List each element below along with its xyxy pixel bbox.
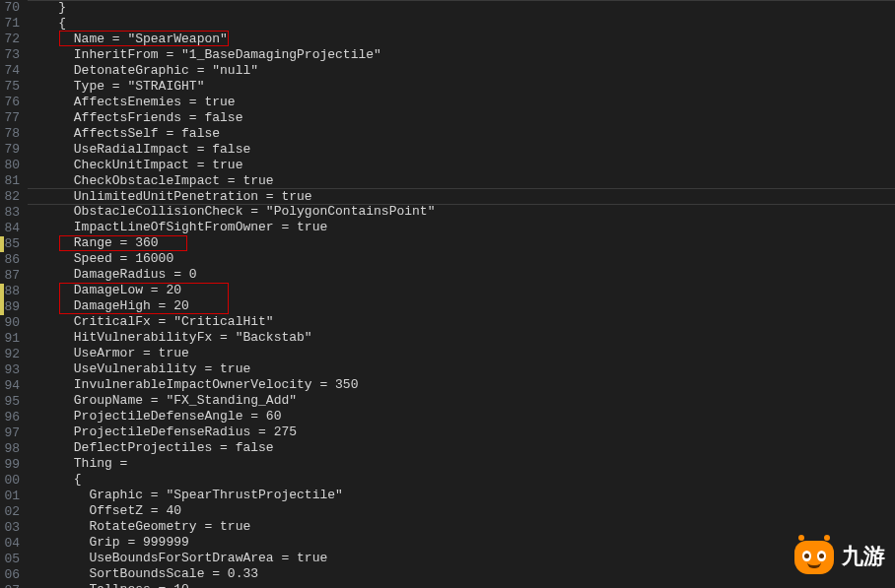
code-line[interactable]: DamageLow = 20 — [28, 283, 895, 298]
code-line[interactable]: RotateGeometry = true — [28, 519, 895, 535]
code-line[interactable]: InheritFrom = "1_BaseDamagingProjectile" — [28, 47, 895, 63]
line-number: 89 — [0, 299, 20, 315]
code-line[interactable]: } — [28, 0, 895, 16]
line-number: 83 — [0, 205, 20, 221]
line-number: 84 — [0, 221, 20, 236]
watermark: 九游 — [792, 535, 885, 578]
line-number: 97 — [0, 425, 20, 441]
line-number: 98 — [0, 441, 20, 457]
code-editor[interactable]: 7071727374757677787980818283848586878889… — [0, 0, 895, 588]
line-number: 04 — [0, 536, 20, 552]
code-area[interactable]: } { Name = "SpearWeapon" InheritFrom = "… — [28, 0, 895, 588]
line-number: 87 — [0, 268, 20, 284]
code-line[interactable]: Range = 360 — [28, 235, 895, 251]
code-line[interactable]: Type = "STRAIGHT" — [28, 79, 895, 95]
code-line[interactable]: InvulnerableImpactOwnerVelocity = 350 — [28, 377, 895, 393]
code-line[interactable]: { — [28, 472, 895, 488]
code-line[interactable]: ImpactLineOfSightFromOwner = true — [28, 220, 895, 235]
code-line[interactable]: CheckObstacleImpact = true — [28, 173, 895, 189]
line-number: 88 — [0, 284, 20, 299]
line-number: 92 — [0, 347, 20, 362]
line-number-gutter: 7071727374757677787980818283848586878889… — [0, 0, 28, 588]
code-line[interactable]: ProjectileDefenseRadius = 275 — [28, 425, 895, 440]
code-line[interactable]: AffectsEnemies = true — [28, 95, 895, 110]
line-number: 03 — [0, 520, 20, 536]
line-number: 82 — [0, 189, 20, 205]
mascot-icon — [792, 535, 836, 578]
code-line[interactable]: ProjectileDefenseAngle = 60 — [28, 409, 895, 425]
line-number: 90 — [0, 315, 20, 331]
code-line[interactable]: SortBoundsScale = 0.33 — [28, 566, 895, 582]
line-number: 81 — [0, 173, 20, 189]
line-number: 00 — [0, 473, 20, 489]
line-number: 70 — [0, 0, 20, 16]
line-number: 77 — [0, 110, 20, 126]
code-line[interactable]: UseArmor = true — [28, 346, 895, 361]
code-line[interactable]: UseBoundsForSortDrawArea = true — [28, 551, 895, 566]
line-number: 99 — [0, 457, 20, 473]
line-number: 72 — [0, 32, 20, 47]
watermark-text: 九游 — [842, 549, 885, 564]
line-number: 79 — [0, 142, 20, 158]
line-number: 75 — [0, 79, 20, 95]
code-line[interactable]: HitVulnerabilityFx = "Backstab" — [28, 330, 895, 346]
code-line[interactable]: DamageRadius = 0 — [28, 267, 895, 283]
code-line[interactable]: Tallness = 10 — [28, 582, 895, 588]
code-line[interactable]: DeflectProjectiles = false — [28, 440, 895, 456]
line-number: 73 — [0, 47, 20, 63]
code-line[interactable]: Name = "SpearWeapon" — [28, 32, 895, 47]
line-number: 06 — [0, 567, 20, 583]
code-line[interactable]: CriticalFx = "CriticalHit" — [28, 314, 895, 330]
code-line[interactable]: UnlimitedUnitPenetration = true — [28, 188, 895, 205]
code-line[interactable]: Speed = 16000 — [28, 251, 895, 267]
line-number: 85 — [0, 236, 20, 252]
line-number: 86 — [0, 252, 20, 268]
code-line[interactable]: AffectsFriends = false — [28, 110, 895, 126]
change-marker — [0, 284, 4, 299]
line-number: 80 — [0, 158, 20, 173]
code-line[interactable]: GroupName = "FX_Standing_Add" — [28, 393, 895, 409]
line-number: 94 — [0, 378, 20, 394]
line-number: 93 — [0, 362, 20, 378]
line-number: 95 — [0, 394, 20, 410]
code-line[interactable]: UseVulnerability = true — [28, 361, 895, 377]
code-line[interactable]: OffsetZ = 40 — [28, 503, 895, 519]
line-number: 91 — [0, 331, 20, 347]
line-number: 76 — [0, 95, 20, 110]
line-number: 71 — [0, 16, 20, 32]
change-marker — [0, 236, 4, 252]
code-line[interactable]: AffectsSelf = false — [28, 126, 895, 142]
code-line[interactable]: Thing = — [28, 456, 895, 472]
line-number: 02 — [0, 504, 20, 520]
line-number: 74 — [0, 63, 20, 79]
line-number: 05 — [0, 552, 20, 567]
code-line[interactable]: UseRadialImpact = false — [28, 142, 895, 158]
line-number: 07 — [0, 583, 20, 588]
code-line[interactable]: CheckUnitImpact = true — [28, 158, 895, 173]
line-number: 78 — [0, 126, 20, 142]
line-number: 01 — [0, 489, 20, 504]
line-number: 96 — [0, 410, 20, 425]
code-line[interactable]: Graphic = "SpearThrustProjectile" — [28, 488, 895, 503]
code-line[interactable]: DetonateGraphic = "null" — [28, 63, 895, 79]
code-line[interactable]: Grip = 999999 — [28, 535, 895, 551]
change-marker — [0, 299, 4, 315]
code-line[interactable]: ObstacleCollisionCheck = "PolygonContain… — [28, 204, 895, 220]
code-line[interactable]: DamageHigh = 20 — [28, 298, 895, 314]
code-line[interactable]: { — [28, 16, 895, 32]
